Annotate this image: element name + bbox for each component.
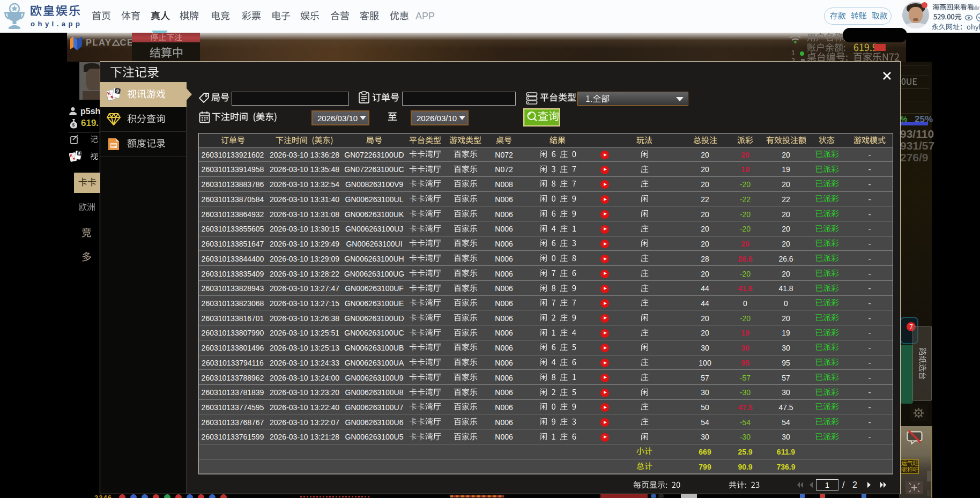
- svg-text:$: $: [72, 122, 75, 128]
- svg-text:*: *: [75, 112, 77, 116]
